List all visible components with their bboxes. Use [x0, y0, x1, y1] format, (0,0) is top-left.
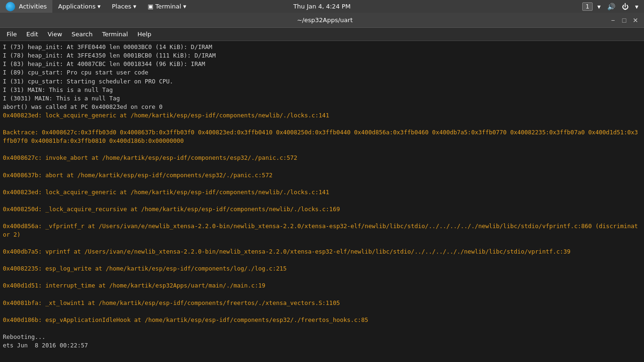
terminal-line: 0x400d186b: esp_vApplicationIdleHook at …: [3, 316, 641, 324]
terminal-line: 0x40082235: esp_log_write at /home/karti…: [3, 264, 641, 273]
topbar-left: Activities Applications ▾ Places ▾ ▣ Ter…: [0, 0, 192, 13]
terminal-line: [3, 120, 641, 128]
window-controls: − □ ✕: [608, 16, 640, 25]
terminal-line: [3, 256, 641, 264]
terminal-line: I (78) heap_init: At 3FFE4350 len 0001BC…: [3, 51, 641, 60]
terminal-line: 0x40081bfa: _xt_lowint1 at /home/kartik/…: [3, 299, 641, 307]
activities-label[interactable]: Activities: [19, 3, 47, 10]
terminal-line: [3, 239, 641, 247]
close-button[interactable]: ✕: [631, 16, 640, 25]
power-icon: ⏻: [620, 3, 630, 10]
terminal-line: Rebooting...: [3, 333, 641, 341]
topbar-terminal[interactable]: ▣ Terminal ▾: [142, 0, 192, 13]
menu-view[interactable]: View: [43, 30, 67, 39]
topbar-applications[interactable]: Applications ▾: [52, 0, 106, 13]
topbar-logo-activities[interactable]: Activities: [0, 0, 52, 13]
places-label: Places: [112, 3, 131, 10]
terminal-arrow-icon: ▾: [183, 3, 186, 10]
wifi-icon: ▾: [595, 3, 603, 10]
minimize-button[interactable]: −: [608, 16, 618, 25]
desktop-logo: [6, 2, 15, 11]
terminal-line: [3, 163, 641, 171]
terminal-line: I (73) heap_init: At 3FFE0440 len 00003B…: [3, 43, 641, 51]
terminal-titlebar: ~/esp32Apps/uart − □ ✕: [0, 13, 644, 28]
terminal-line: I (89) cpu_start: Pro cpu start user cod…: [3, 68, 641, 77]
terminal-line: Backtrace: 0x4008627c:0x3ffb03d0 0x40086…: [3, 128, 641, 145]
terminal-output[interactable]: I (73) heap_init: At 3FFE0440 len 00003B…: [0, 41, 644, 362]
terminal-title: ~/esp32Apps/uart: [41, 16, 608, 24]
menu-search[interactable]: Search: [67, 30, 98, 39]
terminal-label: Terminal: [155, 3, 181, 10]
applications-label: Applications: [58, 3, 95, 10]
system-menu-arrow-icon[interactable]: ▾: [633, 3, 640, 10]
terminal-icon: ▣: [148, 3, 153, 10]
topbar-places[interactable]: Places ▾: [106, 0, 142, 13]
terminal-line: 0x4008627c: invoke_abort at /home/kartik…: [3, 154, 641, 162]
terminal-line: I (31) cpu_start: Starting scheduler on …: [3, 77, 641, 86]
terminal-line: [3, 324, 641, 333]
terminal-line: [3, 273, 641, 281]
terminal-line: 0x400db7a5: vprintf at /Users/ivan/e/new…: [3, 247, 641, 256]
terminal-line: [3, 214, 641, 222]
terminal-line: ets Jun 8 2016 00:22:57: [3, 341, 641, 350]
terminal-line: I (31) MAIN: This is a null Tag: [3, 86, 641, 94]
menu-edit[interactable]: Edit: [22, 30, 43, 39]
topbar-right: 1 ▾ 🔊 ⏻ ▾: [582, 0, 644, 13]
terminal-line: I (3031) MAIN: This is a null Tag: [3, 94, 641, 103]
terminal-line: 0x4008637b: abort at /home/kartik/esp/es…: [3, 171, 641, 180]
system-topbar: Activities Applications ▾ Places ▾ ▣ Ter…: [0, 0, 644, 13]
volume-icon: 🔊: [605, 3, 617, 10]
places-arrow-icon: ▾: [133, 3, 137, 10]
workspace-badge: 1: [582, 2, 593, 11]
menu-file[interactable]: File: [2, 30, 22, 39]
menu-terminal[interactable]: Terminal: [97, 30, 132, 39]
topbar-datetime: Thu Jan 4, 4:24 PM: [293, 3, 351, 10]
terminal-line: I (83) heap_init: At 40087CBC len 000183…: [3, 60, 641, 68]
terminal-window: ~/esp32Apps/uart − □ ✕ File Edit View Se…: [0, 13, 644, 362]
terminal-line: 0x400d856a: _vfprintf_r at /Users/ivan/e…: [3, 222, 641, 239]
terminal-line: [3, 145, 641, 154]
terminal-line: 0x400823ed: lock_acquire_generic at /hom…: [3, 111, 641, 120]
maximize-button[interactable]: □: [619, 16, 629, 25]
terminal-line: [3, 290, 641, 299]
applications-arrow-icon: ▾: [98, 3, 101, 10]
terminal-line: 0x400d1d51: interrupt_time at /home/kart…: [3, 281, 641, 290]
terminal-line: 0x4008250d: _lock_acquire_recursive at /…: [3, 205, 641, 214]
terminal-line: abort() was called at PC 0x400823ed on c…: [3, 103, 641, 111]
menu-help[interactable]: Help: [132, 30, 156, 39]
terminal-line: [3, 197, 641, 205]
terminal-line: [3, 307, 641, 316]
terminal-menubar: File Edit View Search Terminal Help: [0, 28, 644, 41]
terminal-line: 0x400823ed: lock_acquire_generic at /hom…: [3, 188, 641, 197]
terminal-line: [3, 180, 641, 188]
